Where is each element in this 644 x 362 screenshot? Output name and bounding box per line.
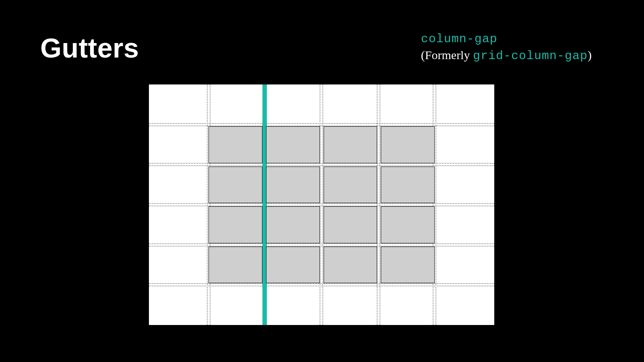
- code-formerly: (Formerly grid-column-gap): [421, 48, 592, 63]
- formerly-suffix: ): [588, 48, 592, 62]
- code-label: column-gap (Formerly grid-column-gap): [421, 32, 592, 63]
- grid-cell: [266, 247, 320, 284]
- grid-cell: [381, 206, 435, 243]
- grid-cell: [266, 167, 320, 204]
- grid-cell: [266, 206, 320, 243]
- grid-container: [208, 125, 435, 285]
- grid-cell: [324, 206, 378, 243]
- grid-row: [208, 245, 435, 285]
- formerly-property: grid-column-gap: [473, 49, 588, 63]
- formerly-prefix: (Formerly: [421, 48, 473, 62]
- grid-cell: [381, 126, 435, 163]
- slide-title: Gutters: [40, 32, 139, 64]
- grid-cell: [208, 167, 262, 204]
- grid-row: [208, 125, 435, 165]
- grid-cell: [208, 247, 262, 284]
- grid-cell: [324, 247, 378, 284]
- code-property: column-gap: [421, 32, 592, 46]
- grid-row: [208, 205, 435, 245]
- grid-row: [208, 165, 435, 205]
- grid-cell: [381, 167, 435, 204]
- grid-cell: [208, 126, 262, 163]
- grid-cell: [324, 167, 378, 204]
- grid-cell: [381, 247, 435, 284]
- grid-cell: [266, 126, 320, 163]
- diagram-panel: [149, 84, 494, 325]
- grid-cell: [324, 126, 378, 163]
- grid-cell: [208, 206, 262, 243]
